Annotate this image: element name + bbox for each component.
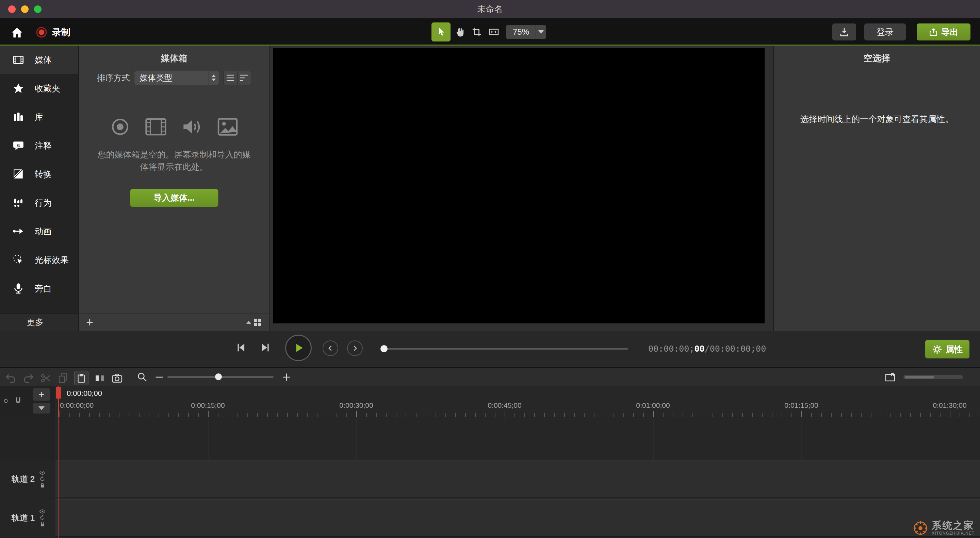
timeline-zoom-knob[interactable] xyxy=(215,373,222,380)
step-forward-icon xyxy=(259,341,272,354)
sidebar-item-annotations[interactable]: a 注释 xyxy=(0,131,78,160)
preview-canvas-area xyxy=(270,46,773,331)
properties-button[interactable]: 属性 xyxy=(925,340,969,359)
edit-tools-group xyxy=(431,22,501,41)
pan-tool-button[interactable] xyxy=(452,24,468,40)
record-button[interactable]: 录制 xyxy=(36,24,70,40)
canvas-zoom-dropdown[interactable]: 75% xyxy=(506,25,546,39)
add-media-button[interactable]: + xyxy=(86,316,93,329)
add-track-button[interactable]: + xyxy=(33,388,50,401)
sidebar-item-animations[interactable]: 动画 xyxy=(0,217,78,246)
list-lines-icon xyxy=(226,74,235,82)
previous-frame-button[interactable] xyxy=(235,341,247,354)
track-2-content[interactable] xyxy=(56,460,980,498)
split-button[interactable] xyxy=(94,372,106,384)
crop-tool-button[interactable] xyxy=(469,24,485,40)
download-button[interactable] xyxy=(832,24,856,40)
sidebar-more-button[interactable]: 更多 xyxy=(0,313,78,331)
media-bin-empty-state: 您的媒体箱是空的。屏幕录制和导入的媒体将显示在此处。 导入媒体... xyxy=(79,117,269,207)
properties-panel-hint: 选择时间线上的一个对象可查看其属性。 xyxy=(788,114,966,125)
transition-icon xyxy=(11,168,25,180)
main-area: 媒体 收藏夹 库 a 注释 转换 行为 动画 光标效果 xyxy=(0,46,980,331)
canvas-scale-tool-button[interactable] xyxy=(486,24,501,40)
sidebar-item-media[interactable]: 媒体 xyxy=(0,46,78,74)
sidebar-item-label: 转换 xyxy=(35,169,52,180)
sort-lines-icon xyxy=(240,74,248,82)
video-preview[interactable] xyxy=(273,48,765,324)
track-1-content[interactable] xyxy=(56,499,980,536)
playhead-handle[interactable] xyxy=(56,387,61,398)
screenshot-button[interactable] xyxy=(111,372,123,384)
snap-magnet-icon[interactable] xyxy=(14,397,22,405)
step-back-icon xyxy=(235,341,247,354)
track-2-header[interactable]: 轨道 2 xyxy=(0,460,55,498)
download-icon xyxy=(839,27,850,37)
sidebar-item-transitions[interactable]: 转换 xyxy=(0,160,78,189)
import-media-button[interactable]: 导入媒体... xyxy=(130,189,218,207)
track-row: 轨道 1 xyxy=(0,499,980,536)
sidebar-item-voice-narration[interactable]: 旁白 xyxy=(0,274,78,303)
selection-tool-button[interactable] xyxy=(431,22,450,41)
track-options-button[interactable] xyxy=(33,403,50,414)
svg-text:a: a xyxy=(17,142,20,148)
sidebar-item-label: 动画 xyxy=(35,226,52,237)
copy-button[interactable] xyxy=(57,372,69,384)
next-frame-button[interactable] xyxy=(259,341,272,354)
eye-icon[interactable] xyxy=(40,471,45,475)
view-mode-toggle[interactable] xyxy=(247,318,262,327)
properties-panel-title: 空选择 xyxy=(774,52,980,64)
detach-timeline-button[interactable] xyxy=(884,371,896,383)
zoom-in-button[interactable] xyxy=(280,371,293,383)
timeline-ruler[interactable]: 0:00:00;00 0:00:15;00 0:00:30;00 0:00:45… xyxy=(0,386,980,417)
grid-view-icon xyxy=(253,318,262,327)
sort-ascending-button[interactable] xyxy=(224,71,237,85)
home-icon xyxy=(11,26,24,39)
cut-button[interactable] xyxy=(40,372,52,384)
jump-back-button[interactable] xyxy=(323,340,338,356)
record-icon xyxy=(36,27,47,38)
sidebar-item-library[interactable]: 库 xyxy=(0,103,78,131)
loop-icon[interactable] xyxy=(40,476,45,482)
playback-scrubber[interactable] xyxy=(381,348,628,349)
media-bin-footer: + xyxy=(79,313,269,331)
track-1-header[interactable]: 轨道 1 xyxy=(0,499,55,536)
home-button[interactable] xyxy=(10,25,24,40)
sidebar-item-behaviors[interactable]: 行为 xyxy=(0,189,78,217)
site-watermark: 系统之家 XITONGZHIJIA.NET xyxy=(913,520,975,536)
loop-icon[interactable] xyxy=(40,515,45,520)
track-row: 轨道 2 xyxy=(0,460,980,498)
timecode-current: 00:00:00; xyxy=(648,344,694,354)
timeline-horizontal-scrollbar[interactable] xyxy=(904,375,963,379)
minimize-window-button[interactable] xyxy=(21,5,29,13)
timeline-zoom-slider[interactable] xyxy=(167,376,274,378)
scrubber-knob[interactable] xyxy=(380,345,388,352)
jump-forward-button[interactable] xyxy=(347,340,363,356)
redo-button[interactable] xyxy=(22,372,34,384)
share-export-icon xyxy=(929,27,938,37)
timeline-tracks-area[interactable]: 轨道 2 轨道 1 xyxy=(0,417,980,538)
paste-button[interactable] xyxy=(74,371,89,385)
export-button[interactable]: 导出 xyxy=(917,24,970,40)
sort-descending-button[interactable] xyxy=(237,71,251,85)
behaviors-icon xyxy=(11,197,25,208)
zoom-out-button[interactable] xyxy=(153,371,165,383)
media-bin-empty-message: 您的媒体箱是空的。屏幕录制和导入的媒体将显示在此处。 xyxy=(94,148,254,173)
eye-icon[interactable] xyxy=(40,509,45,514)
cursor-arrow-icon xyxy=(436,27,446,37)
lock-icon[interactable] xyxy=(40,522,45,527)
sidebar-item-favorites[interactable]: 收藏夹 xyxy=(0,74,78,103)
zoom-window-button[interactable] xyxy=(34,5,41,13)
media-filmstrip-icon xyxy=(11,54,25,66)
timeline-toolbar xyxy=(0,367,980,386)
window-title: 未命名 xyxy=(477,3,503,14)
undo-button[interactable] xyxy=(5,372,17,384)
sidebar-item-label: 收藏夹 xyxy=(35,83,60,94)
chevron-up-icon xyxy=(247,321,251,324)
sort-by-dropdown[interactable]: 媒体类型 xyxy=(134,71,219,85)
login-button[interactable]: 登录 xyxy=(864,24,906,40)
timeline-scrollbar-handle[interactable] xyxy=(905,376,934,379)
play-button[interactable] xyxy=(285,335,312,361)
close-window-button[interactable] xyxy=(8,5,16,13)
lock-icon[interactable] xyxy=(40,483,45,488)
sidebar-item-cursor-effects[interactable]: 光标效果 xyxy=(0,246,78,274)
